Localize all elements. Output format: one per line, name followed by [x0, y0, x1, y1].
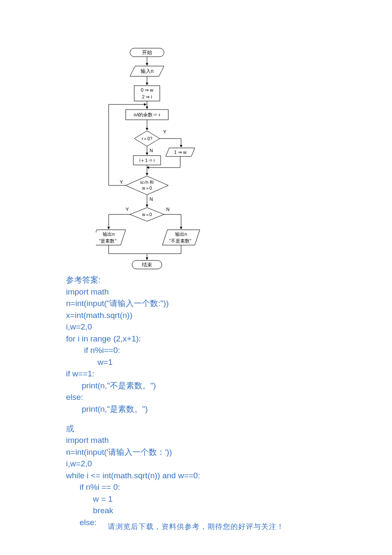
flow-input: 输入n	[141, 68, 154, 74]
answer-section-1: 参考答案: import math n=int(input("请输入一个数:")…	[66, 274, 326, 415]
code2-l3: i,w=2,0	[66, 458, 326, 470]
flow-end: 结束	[142, 262, 152, 268]
flow-out-prime-l1: 输出n	[103, 231, 115, 237]
code1-l7: w=1	[66, 356, 326, 368]
code2-l4: while i <= int(math.sqrt(n)) and w==0:	[66, 470, 326, 482]
flow-start: 开始	[142, 49, 152, 55]
flow-init-i: 2 ⇒ i	[142, 94, 152, 99]
code1-l4: i,w=2,0	[66, 321, 326, 333]
flow-loop-l2: w＝0	[142, 186, 152, 191]
flow-cond-w: w＝0	[142, 212, 152, 217]
code1-l5: for i in range (2,x+1):	[66, 333, 326, 345]
flow-out-notprime-l1: 输出n	[175, 231, 187, 237]
answer-heading: 参考答案:	[66, 274, 326, 286]
flowchart-diagram: 开始 输入n 0 ⇒ w 2 ⇒ i n/i的余数⇒ r r＝0? Y N	[96, 45, 207, 271]
flow-loop-yes: Y	[120, 179, 123, 185]
code1-l8: if w==1:	[66, 368, 326, 380]
code1-l11: print(n,"是素数。")	[66, 403, 326, 415]
flow-out-prime-l2: "是素数"	[99, 238, 117, 243]
flow-w-no: N	[166, 207, 170, 212]
flow-remainder: n/i的余数⇒ r	[134, 112, 161, 117]
code2-l2: n=int(input('请输入一个数：'))	[66, 446, 326, 458]
code2-l6: w = 1	[66, 493, 326, 505]
flow-inc-i: i＋1⇒ i	[139, 158, 155, 163]
code1-l3: x=int(math.sqrt(n))	[66, 309, 326, 321]
answer-section-2: 或 import math n=int(input('请输入一个数：')) i,…	[66, 423, 326, 529]
flow-loop-no: N	[150, 197, 153, 202]
code2-l7: break	[66, 505, 326, 517]
code1-l2: n=int(input("请输入一个数:"))	[66, 298, 326, 309]
page-footer: 请浏览后下载，资料供参考，期待您的好评与关注！	[0, 522, 392, 532]
code1-l9: print(n,"不是素数。")	[66, 380, 326, 392]
flow-cond-r: r＝0?	[142, 136, 153, 141]
flow-w-yes: Y	[126, 207, 129, 212]
flow-r-yes: Y	[163, 129, 167, 134]
flow-loop-l1: i≤√n 和	[140, 180, 154, 185]
code1-l1: import math	[66, 286, 326, 298]
code1-l6: if n%i==0:	[66, 344, 326, 356]
flow-set-w: 1 ⇒ w	[174, 150, 186, 155]
code2-l5: if n%i == 0:	[66, 481, 326, 493]
code2-l1: import math	[66, 434, 326, 446]
flow-out-notprime-l2: "不是素数"	[169, 238, 191, 243]
flow-r-no: N	[150, 148, 153, 153]
code1-l10: else:	[66, 391, 326, 403]
flow-init-w: 0 ⇒ w	[141, 87, 153, 92]
document-page: 开始 输入n 0 ⇒ w 2 ⇒ i n/i的余数⇒ r r＝0? Y N	[0, 0, 392, 555]
flowchart-svg: 开始 输入n 0 ⇒ w 2 ⇒ i n/i的余数⇒ r r＝0? Y N	[96, 45, 207, 271]
or-heading: 或	[66, 423, 326, 435]
